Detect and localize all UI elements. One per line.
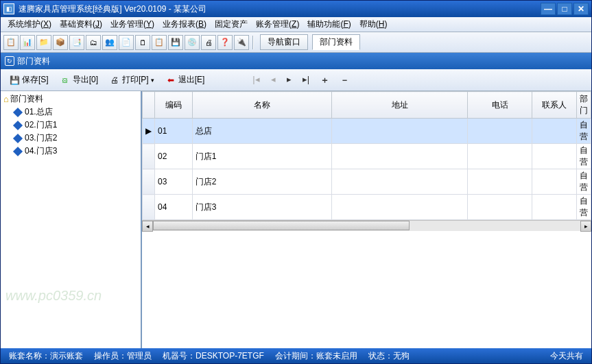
toolbar-btn-5[interactable]: 📑 [69, 35, 84, 50]
menu-base[interactable]: 基础资料(J) [56, 17, 106, 32]
cell-code[interactable]: 03 [155, 169, 193, 195]
toolbar-btn-2[interactable]: 📊 [20, 35, 35, 50]
add-record-button[interactable]: ＋ [320, 74, 329, 86]
cell-type[interactable]: 自营 [577, 195, 591, 220]
tree-root[interactable]: ⌂ 部门资料 [2, 93, 139, 106]
status-today: 今天共有 [546, 350, 587, 362]
cell-type[interactable]: 自营 [577, 144, 591, 169]
menu-help[interactable]: 帮助(H) [355, 17, 392, 32]
cell-address[interactable] [331, 195, 467, 220]
toolbar-btn-11[interactable]: 💿 [185, 35, 200, 50]
scroll-left-button[interactable]: ◂ [142, 221, 153, 232]
tree-item-01[interactable]: 01.总店 [2, 106, 139, 119]
toolbar-btn-9[interactable]: 🗒 [135, 35, 150, 50]
statusbar: 账套名称：演示账套 操作员：管理员 机器号：DESKTOP-7ETGF 会计期间… [1, 348, 591, 363]
toolbar-btn-10[interactable]: 📋 [152, 35, 167, 50]
tree-item-03[interactable]: 03.门店2 [2, 132, 139, 145]
col-code[interactable]: 编码 [155, 92, 193, 119]
table-row[interactable]: 04 门店3 自营 [143, 195, 591, 220]
tree-item-04[interactable]: 04.门店3 [2, 145, 139, 158]
exit-icon: ⬅ [165, 75, 176, 86]
cell-code[interactable]: 01 [155, 119, 193, 144]
cell-phone[interactable] [468, 169, 532, 195]
prev-record-button[interactable]: ◂ [271, 74, 276, 86]
tree-item-02[interactable]: 02.门店1 [2, 119, 139, 132]
menu-reports[interactable]: 业务报表(B) [158, 17, 211, 32]
cell-contact[interactable] [532, 119, 577, 144]
table-row[interactable]: 03 门店2 自营 [143, 169, 591, 195]
menu-aux[interactable]: 辅助功能(F) [303, 17, 355, 32]
diamond-icon [13, 120, 23, 130]
toolbar-btn-help[interactable]: ❓ [217, 35, 233, 50]
cell-phone[interactable] [468, 195, 532, 220]
menu-business[interactable]: 业务管理(Y) [106, 17, 158, 32]
toolbar-btn-save[interactable]: 💾 [168, 35, 183, 50]
refresh-icon[interactable]: ↻ [5, 56, 14, 66]
col-phone[interactable]: 电话 [468, 92, 532, 119]
table-row[interactable]: 02 门店1 自营 [143, 144, 591, 169]
toolbar-btn-print[interactable]: 🖨 [201, 35, 216, 50]
panel-header: ↻ 部门资料 [1, 53, 591, 69]
cell-contact[interactable] [532, 195, 577, 220]
cell-code[interactable]: 02 [155, 144, 193, 169]
menu-accounts[interactable]: 账务管理(Z) [252, 17, 303, 32]
toolbar-btn-6[interactable]: 🗂 [86, 35, 101, 50]
cell-name[interactable]: 门店1 [192, 144, 331, 169]
home-icon: ⌂ [3, 94, 9, 104]
col-name[interactable]: 名称 [192, 92, 331, 119]
tree-item-label: 03.门店2 [25, 132, 57, 144]
row-indicator-header [143, 92, 155, 119]
col-dept[interactable]: 部门 [577, 92, 591, 119]
toolbar-btn-1[interactable]: 📋 [3, 35, 19, 50]
toolbar-btn-exit[interactable]: 🔌 [234, 35, 249, 50]
cell-contact[interactable] [532, 144, 577, 169]
tab-dept[interactable]: 部门资料 [312, 34, 360, 50]
first-record-button[interactable]: |◂ [252, 74, 259, 86]
cell-type[interactable]: 自营 [577, 119, 591, 144]
save-icon: 💾 [9, 75, 20, 86]
record-nav: |◂ ◂ ▸ ▸| ＋ － [252, 74, 349, 86]
cell-address[interactable] [331, 169, 467, 195]
cell-code[interactable]: 04 [155, 195, 193, 220]
toolbar-btn-3[interactable]: 📁 [36, 35, 51, 50]
menu-assets[interactable]: 固定资产 [211, 17, 252, 32]
cell-name[interactable]: 门店3 [192, 195, 331, 220]
toolbar-btn-7[interactable]: 👥 [102, 35, 117, 50]
maximize-button[interactable]: □ [557, 3, 572, 15]
menu-system[interactable]: 系统维护(X) [3, 17, 56, 32]
cell-contact[interactable] [532, 169, 577, 195]
tab-nav-window[interactable]: 导航窗口 [260, 34, 308, 50]
print-button[interactable]: 🖨 打印[P] ▾ [105, 72, 158, 88]
minimize-button[interactable]: — [541, 3, 556, 15]
main-window: ◧ 速腾家具店管理系统[经典版] Ver20.0109 - 某某公司 — □ ✕… [0, 0, 592, 364]
export-icon: ⦻ [60, 75, 71, 86]
toolbar-btn-4[interactable]: 📦 [53, 35, 68, 50]
cell-type[interactable]: 自营 [577, 169, 591, 195]
col-contact[interactable]: 联系人 [532, 92, 577, 119]
scroll-right-button[interactable]: ▸ [580, 221, 591, 232]
titlebar: ◧ 速腾家具店管理系统[经典版] Ver20.0109 - 某某公司 — □ ✕ [1, 1, 591, 17]
delete-record-button[interactable]: － [340, 74, 349, 86]
data-grid[interactable]: 编码 名称 地址 电话 联系人 部门 ▶ 01 总店 自营 02 门店1 自营 [142, 91, 591, 220]
col-address[interactable]: 地址 [331, 92, 467, 119]
next-record-button[interactable]: ▸ [287, 74, 292, 86]
toolbar-btn-8[interactable]: 📄 [119, 35, 134, 50]
status-period: 会计期间：账套未启用 [271, 350, 362, 362]
cell-address[interactable] [331, 119, 467, 144]
scroll-track[interactable] [153, 221, 580, 231]
save-button[interactable]: 💾 保存[S] [5, 72, 53, 88]
cell-phone[interactable] [468, 144, 532, 169]
export-button[interactable]: ⦻ 导出[0] [56, 72, 102, 88]
diamond-icon [13, 146, 23, 156]
exit-button[interactable]: ⬅ 退出[E] [161, 72, 209, 88]
print-label: 打印[P] [122, 74, 149, 86]
cell-name[interactable]: 门店2 [192, 169, 331, 195]
close-button[interactable]: ✕ [573, 3, 589, 15]
scroll-thumb[interactable] [153, 221, 410, 230]
horizontal-scrollbar[interactable]: ◂ ▸ [142, 220, 591, 231]
last-record-button[interactable]: ▸| [303, 74, 309, 86]
cell-name[interactable]: 总店 [192, 119, 331, 144]
cell-address[interactable] [331, 144, 467, 169]
table-row[interactable]: ▶ 01 总店 自营 [143, 119, 591, 144]
cell-phone[interactable] [468, 119, 532, 144]
